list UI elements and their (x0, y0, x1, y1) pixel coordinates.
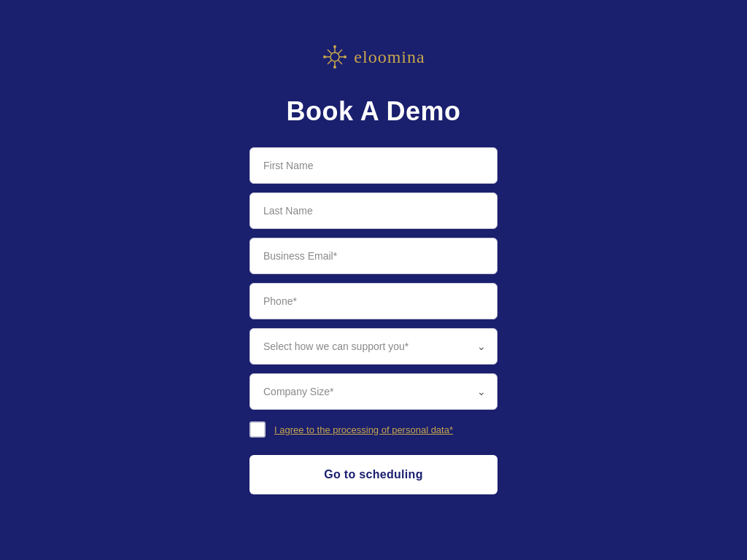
svg-point-12 (344, 55, 347, 58)
page-container: eloomina Book A Demo Select how we can s… (0, 0, 747, 560)
consent-label[interactable]: I agree to the processing of personal da… (274, 424, 453, 435)
svg-point-9 (333, 45, 336, 48)
svg-line-7 (338, 50, 343, 54)
logo-text: eloomina (354, 47, 425, 67)
svg-point-0 (330, 52, 339, 61)
eloomina-logo-icon (322, 44, 348, 70)
consent-row: I agree to the processing of personal da… (249, 421, 498, 438)
first-name-input[interactable] (249, 147, 498, 184)
svg-line-5 (328, 50, 332, 54)
email-input[interactable] (249, 238, 498, 274)
last-name-input[interactable] (249, 192, 498, 229)
company-size-select[interactable]: Company Size* 1-10 11-50 51-200 201-500 … (249, 373, 498, 410)
go-to-scheduling-button[interactable]: Go to scheduling (249, 455, 498, 494)
logo-area: eloomina (322, 44, 425, 70)
phone-input[interactable] (249, 283, 498, 319)
support-select[interactable]: Select how we can support you* Sales Mar… (249, 328, 498, 365)
page-title: Book A Demo (287, 96, 461, 127)
svg-line-8 (328, 61, 332, 65)
svg-point-10 (333, 66, 336, 69)
svg-point-11 (323, 55, 326, 58)
svg-line-6 (338, 61, 343, 65)
consent-checkbox[interactable] (249, 421, 266, 438)
form-container: Select how we can support you* Sales Mar… (249, 147, 498, 494)
company-size-select-wrapper: Company Size* 1-10 11-50 51-200 201-500 … (249, 373, 498, 410)
support-select-wrapper: Select how we can support you* Sales Mar… (249, 328, 498, 365)
